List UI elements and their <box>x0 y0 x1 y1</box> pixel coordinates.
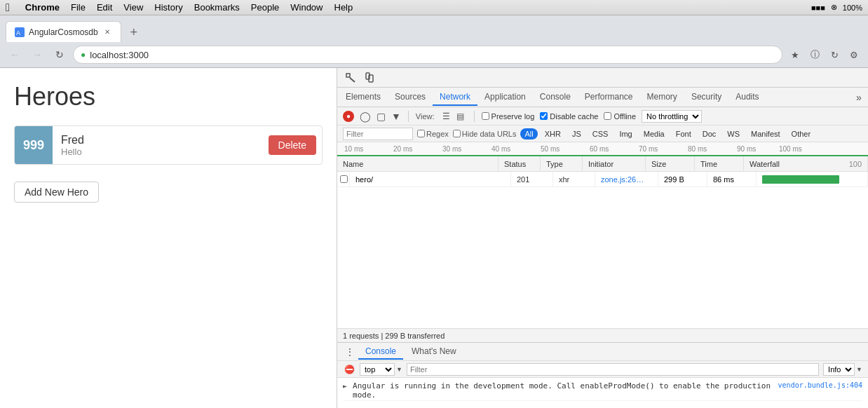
disable-cache-checkbox[interactable] <box>540 112 548 120</box>
regex-filter: Regex <box>417 130 449 138</box>
row-time: 86 ms <box>707 172 757 186</box>
console-message-text: Angular is running in the development mo… <box>353 381 773 400</box>
type-btn-css[interactable]: CSS <box>588 128 613 140</box>
tab-application[interactable]: Application <box>477 89 533 106</box>
offline-checkbox[interactable] <box>604 112 611 120</box>
regex-checkbox[interactable] <box>417 130 425 137</box>
extensions-button[interactable]: ⚙ <box>846 46 862 63</box>
hero-name[interactable]: Fred <box>61 134 260 147</box>
type-btn-manifest[interactable]: Manifest <box>747 128 785 140</box>
filter-input[interactable] <box>343 128 413 140</box>
tab-network[interactable]: Network <box>433 89 477 106</box>
type-btn-ws[interactable]: WS <box>723 128 744 140</box>
console-error-button[interactable]: ⛔ <box>343 363 355 376</box>
edit-menu[interactable]: Edit <box>97 2 112 13</box>
tab-close-button[interactable]: ✕ <box>102 27 112 37</box>
inspect-element-button[interactable] <box>343 70 358 86</box>
tick-80: 80 ms <box>688 145 707 153</box>
nav-bar: ← → ↻ ● localhost:3000 ★ ⓘ ↻ ⚙ <box>0 42 868 67</box>
address-bar[interactable]: ● localhost:3000 <box>73 46 782 64</box>
tab-title: AngularCosmosdb <box>29 27 98 37</box>
info-button[interactable]: ⓘ <box>806 46 823 63</box>
bookmarks-menu[interactable]: Bookmarks <box>194 2 240 13</box>
list-view-button[interactable]: ☰ <box>440 110 453 123</box>
type-btn-xhr[interactable]: XHR <box>541 128 565 140</box>
col-header-size[interactable]: Size <box>646 156 695 171</box>
history-menu[interactable]: History <box>154 2 182 13</box>
waterfall-bar <box>762 175 839 184</box>
devtools-panel: Elements Sources Network Application Con… <box>337 68 868 408</box>
initiator-link[interactable]: zone.js:26… <box>601 175 644 184</box>
timeline-bar: 10 ms 20 ms 30 ms 40 ms 50 ms 60 ms 70 m… <box>337 142 868 156</box>
view-menu[interactable]: View <box>123 2 143 13</box>
menu-bar:  Chrome File Edit View History Bookmark… <box>0 0 868 15</box>
reload-button[interactable]: ↻ <box>50 46 69 64</box>
tab-performance[interactable]: Performance <box>578 89 640 106</box>
more-tabs-button[interactable]: » <box>851 90 867 105</box>
tab-sources[interactable]: Sources <box>388 89 433 106</box>
battery-icon: ■■■ <box>811 4 825 12</box>
row-name[interactable]: hero/ <box>350 172 511 186</box>
level-dropdown-icon: ▼ <box>856 366 862 373</box>
tab-audits[interactable]: Audits <box>728 89 766 106</box>
col-header-waterfall[interactable]: Waterfall 100 <box>744 156 868 171</box>
console-message: ► Angular is running in the development … <box>343 381 862 401</box>
tab-security[interactable]: Security <box>684 89 728 106</box>
clear-button[interactable]: ◯ <box>360 111 371 122</box>
apple-menu[interactable]:  <box>6 1 10 14</box>
bookmark-button[interactable]: ★ <box>787 46 803 63</box>
tab-memory[interactable]: Memory <box>640 89 684 106</box>
tab-console[interactable]: Console <box>533 89 578 106</box>
console-menu-button[interactable]: ⋮ <box>343 345 357 359</box>
whats-new-tab[interactable]: What's New <box>405 344 463 360</box>
type-btn-media[interactable]: Media <box>639 128 669 140</box>
table-row[interactable]: hero/ 201 xhr zone.js:26… 299 B 86 ms <box>337 172 868 187</box>
refresh-button[interactable]: ↻ <box>826 46 843 63</box>
record-button[interactable]: ● <box>343 111 354 122</box>
console-tab-bar: ⋮ Console What's New <box>337 343 868 361</box>
type-btn-other[interactable]: Other <box>787 128 815 140</box>
col-header-status[interactable]: Status <box>499 156 541 171</box>
delete-button[interactable]: Delete <box>269 135 316 155</box>
chrome-menu[interactable]: Chrome <box>25 2 60 13</box>
context-select[interactable]: top <box>360 363 395 376</box>
tab-elements[interactable]: Elements <box>339 89 388 106</box>
type-btn-js[interactable]: JS <box>568 128 585 140</box>
device-toolbar-button[interactable] <box>361 70 377 86</box>
type-btn-img[interactable]: Img <box>615 128 636 140</box>
console-filter-input[interactable] <box>407 363 819 376</box>
context-selector: top ▼ <box>360 363 402 376</box>
console-message-source[interactable]: vendor.bundle.js:404 <box>778 381 862 389</box>
col-header-time[interactable]: Time <box>695 156 744 171</box>
console-tab[interactable]: Console <box>358 344 403 360</box>
type-btn-all[interactable]: All <box>520 128 537 140</box>
col-header-name[interactable]: Name <box>337 156 499 171</box>
type-btn-doc[interactable]: Doc <box>698 128 721 140</box>
camera-button[interactable]: ▢ <box>377 111 386 122</box>
browser-tab[interactable]: A AngularCosmosdb ✕ <box>6 21 121 42</box>
add-hero-button[interactable]: Add New Hero <box>14 182 99 203</box>
hero-subtitle: Hello <box>61 147 260 157</box>
help-menu[interactable]: Help <box>334 2 353 13</box>
waterfall-view-button[interactable]: ▤ <box>454 110 467 123</box>
devtools-toolbar <box>337 68 868 88</box>
row-checkbox[interactable] <box>340 175 348 183</box>
col-header-initiator[interactable]: Initiator <box>583 156 646 171</box>
forward-button[interactable]: → <box>28 46 46 64</box>
throttle-select[interactable]: No throttling <box>642 110 702 123</box>
back-button[interactable]: ← <box>6 46 24 64</box>
svg-line-2 <box>350 78 355 82</box>
level-select[interactable]: Info <box>823 363 855 376</box>
console-expand-arrow[interactable]: ► <box>343 382 347 390</box>
people-menu[interactable]: People <box>251 2 279 13</box>
row-status: 201 <box>511 172 553 186</box>
file-menu[interactable]: File <box>71 2 86 13</box>
hide-data-checkbox[interactable] <box>453 130 461 137</box>
preserve-log-checkbox[interactable] <box>482 112 489 120</box>
window-menu[interactable]: Window <box>290 2 323 13</box>
new-tab-button[interactable]: + <box>124 22 144 42</box>
type-btn-font[interactable]: Font <box>672 128 696 140</box>
filter-bar: Regex Hide data URLs All XHR JS CSS Img … <box>337 125 868 142</box>
filter-button[interactable]: ▼ <box>391 111 401 122</box>
col-header-type[interactable]: Type <box>541 156 583 171</box>
